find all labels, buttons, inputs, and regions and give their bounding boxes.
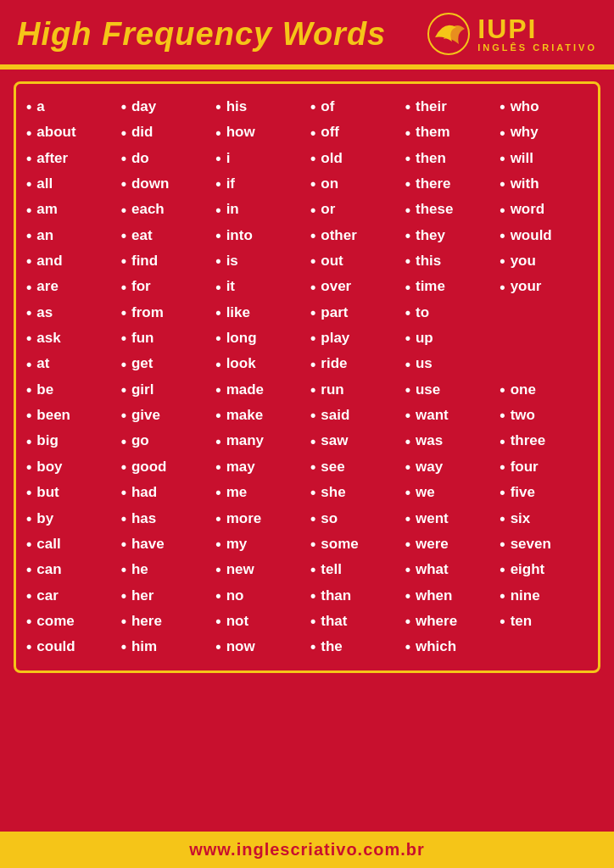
word-text: new [226, 559, 254, 581]
list-item: •more [215, 506, 304, 531]
word-text: have [131, 533, 165, 555]
list-item: •you [500, 248, 588, 274]
word-text: had [131, 481, 157, 504]
word-text: saw [321, 430, 348, 452]
word-text: no [226, 585, 244, 607]
bullet-icon: • [405, 151, 410, 166]
bullet-icon: • [26, 408, 31, 423]
iupi-logo-icon [427, 12, 471, 56]
word-text: find [131, 250, 158, 272]
list-item: •as [26, 300, 114, 326]
bullet-icon: • [310, 99, 315, 114]
list-item: •go [121, 428, 209, 453]
list-item: •this [405, 248, 494, 274]
word-text: day [131, 96, 156, 118]
logo-subtitle: INGLÊS CRIATIVO [477, 42, 597, 53]
bullet-icon: • [121, 305, 126, 320]
word-text: is [226, 250, 238, 272]
word-text: time [416, 275, 445, 298]
list-item: •give [121, 403, 209, 428]
list-item: •on [310, 171, 399, 197]
bullet-icon: • [310, 485, 315, 500]
word-text: some [321, 533, 358, 555]
bullet-icon: • [405, 511, 410, 526]
list-item: •so [310, 506, 399, 531]
list-item: •word [500, 197, 588, 222]
word-text: why [511, 121, 539, 143]
bullet-icon: • [500, 125, 505, 141]
bullet-icon: • [310, 331, 315, 346]
word-text: as [36, 302, 53, 324]
list-item: •tell [310, 557, 399, 582]
word-text: with [511, 173, 539, 195]
bullet-icon: • [405, 459, 410, 475]
list-item: •but [26, 480, 114, 505]
word-text: give [131, 404, 160, 426]
word-text: will [511, 147, 533, 170]
list-item: •than [310, 583, 399, 609]
bullet-icon: • [121, 151, 126, 166]
word-column-2: •day•did•do•down•each•eat•find•for•from•… [118, 94, 213, 660]
bullet-icon: • [121, 408, 126, 423]
list-item: •see [310, 454, 399, 480]
word-text: then [416, 147, 446, 170]
word-text: you [511, 250, 536, 272]
list-item: •use [405, 377, 494, 403]
list-item: •to [405, 300, 494, 326]
bullet-icon: • [310, 408, 315, 423]
word-text: they [416, 225, 445, 247]
list-item: •us [405, 351, 494, 376]
bullet-icon: • [121, 485, 126, 500]
logo-text: IUPI INGLÊS CRIATIVO [477, 15, 597, 53]
bullet-icon: • [121, 99, 126, 114]
bullet-icon: • [26, 253, 31, 269]
bullet-icon: • [310, 459, 315, 475]
bullet-icon: • [310, 434, 315, 449]
list-item: •me [215, 480, 304, 505]
list-item: •up [405, 326, 494, 351]
list-item: •which [405, 634, 494, 659]
list-item: •your [500, 274, 588, 299]
bullet-icon: • [121, 357, 126, 372]
bullet-icon: • [310, 280, 315, 295]
word-text: would [511, 225, 552, 247]
bullet-icon: • [405, 280, 410, 295]
bullet-icon: • [215, 639, 220, 654]
word-text: it [226, 275, 235, 298]
word-text: not [226, 610, 248, 632]
list-item: •five [500, 480, 588, 505]
word-text: four [511, 456, 539, 478]
word-text: more [226, 508, 262, 530]
word-text: on [321, 173, 338, 195]
bullet-icon: • [500, 588, 505, 604]
list-item: •these [405, 197, 494, 222]
bullet-icon: • [405, 357, 410, 372]
bullet-icon: • [500, 537, 505, 552]
list-item: •the [310, 634, 399, 659]
word-text: boy [36, 456, 62, 478]
bullet-icon: • [310, 228, 315, 243]
word-text: her [131, 585, 154, 607]
word-column-3: •his•how•i•if•in•into•is•it•like•long•lo… [212, 94, 307, 660]
word-text: part [321, 302, 348, 324]
bullet-icon: • [405, 485, 410, 500]
word-text: these [416, 198, 453, 220]
bullet-icon: • [310, 562, 315, 577]
bullet-icon: • [26, 125, 31, 141]
bullet-icon: • [26, 331, 31, 346]
bullet-icon: • [310, 253, 315, 269]
word-text: look [226, 353, 256, 375]
list-item: •two [500, 403, 588, 428]
word-text: way [416, 456, 443, 478]
word-text: eight [511, 559, 545, 581]
list-item: •down [121, 171, 209, 197]
list-item: •their [405, 94, 494, 120]
list-item: •is [215, 248, 304, 274]
word-text: said [321, 404, 349, 426]
main-content: •a•about•after•all•am•an•and•are•as•ask•… [0, 70, 614, 832]
word-text: could [36, 636, 75, 658]
word-text: was [416, 430, 443, 452]
word-text: other [321, 225, 357, 247]
list-item: •at [26, 351, 114, 376]
bullet-icon: • [405, 125, 410, 141]
